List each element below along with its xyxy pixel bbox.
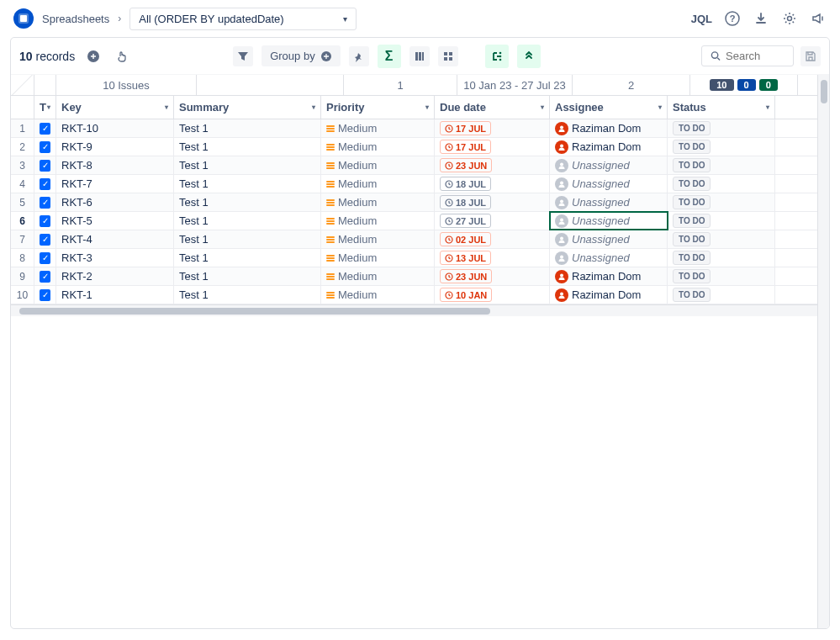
cell-summary[interactable]: Test 1 <box>174 212 321 230</box>
cell-type[interactable]: ✓ <box>34 267 56 285</box>
search-box[interactable] <box>701 45 794 66</box>
table-row[interactable]: 5✓RKT-6Test 1Medium18 JULUnassignedTO DO <box>11 193 817 212</box>
cell-priority[interactable]: Medium <box>321 249 435 267</box>
pin-icon[interactable] <box>349 46 369 66</box>
cell-summary[interactable]: Test 1 <box>174 119 321 137</box>
table-row[interactable]: 8✓RKT-3Test 1Medium13 JULUnassignedTO DO <box>11 249 817 267</box>
cell-key[interactable]: RKT-7 <box>56 175 174 193</box>
cell-summary[interactable]: Test 1 <box>174 267 321 285</box>
cell-due-date[interactable]: 10 JAN <box>435 286 550 304</box>
cell-assignee[interactable]: Unassigned <box>550 249 668 267</box>
cell-key[interactable]: RKT-10 <box>56 119 174 137</box>
cell-assignee[interactable]: Raziman Dom <box>550 267 668 285</box>
header-priority[interactable]: Priority▾ <box>321 96 435 119</box>
jql-button[interactable]: JQL <box>691 13 712 25</box>
header-key[interactable]: Key▾ <box>56 96 174 119</box>
cell-status[interactable]: TO DO <box>668 212 775 230</box>
cell-priority[interactable]: Medium <box>321 230 435 248</box>
cell-key[interactable]: RKT-4 <box>56 230 174 248</box>
grid-view-icon[interactable] <box>438 46 458 66</box>
cell-summary[interactable]: Test 1 <box>174 230 321 248</box>
cell-status[interactable]: TO DO <box>668 193 775 211</box>
cell-key[interactable]: RKT-5 <box>56 212 174 230</box>
cell-key[interactable]: RKT-6 <box>56 193 174 211</box>
cell-type[interactable]: ✓ <box>34 230 56 248</box>
cell-summary[interactable]: Test 1 <box>174 156 321 174</box>
columns-icon[interactable] <box>409 46 430 66</box>
cell-type[interactable]: ✓ <box>34 119 56 137</box>
header-type[interactable]: T▾ <box>34 96 56 119</box>
cell-key[interactable]: RKT-3 <box>56 249 174 267</box>
cell-summary[interactable]: Test 1 <box>174 138 321 156</box>
group-by-button[interactable]: Group by <box>262 45 340 66</box>
horizontal-scrollbar[interactable] <box>11 304 817 316</box>
table-row[interactable]: 1✓RKT-10Test 1Medium17 JULRaziman DomTO … <box>11 119 817 138</box>
cell-summary[interactable]: Test 1 <box>174 193 321 211</box>
cell-status[interactable]: TO DO <box>668 156 775 174</box>
cell-type[interactable]: ✓ <box>34 138 56 156</box>
cell-due-date[interactable]: 23 JUN <box>435 156 550 174</box>
cell-due-date[interactable]: 02 JUL <box>435 230 550 248</box>
header-due-date[interactable]: Due date▾ <box>435 96 550 119</box>
add-record-icon[interactable] <box>83 46 103 66</box>
cell-key[interactable]: RKT-9 <box>56 138 174 156</box>
filter-icon[interactable] <box>233 46 253 66</box>
cell-priority[interactable]: Medium <box>321 138 435 156</box>
cell-priority[interactable]: Medium <box>321 156 435 174</box>
cell-due-date[interactable]: 17 JUL <box>435 138 550 156</box>
cell-assignee[interactable]: Raziman Dom <box>550 119 668 137</box>
sigma-button[interactable]: Σ <box>378 45 401 68</box>
table-row[interactable]: 3✓RKT-8Test 1Medium23 JUNUnassignedTO DO <box>11 156 817 175</box>
cell-status[interactable]: TO DO <box>668 249 775 267</box>
cell-priority[interactable]: Medium <box>321 286 435 304</box>
cell-assignee[interactable]: Unassigned <box>550 212 668 230</box>
announce-icon[interactable] <box>810 10 827 27</box>
cell-type[interactable]: ✓ <box>34 175 56 193</box>
download-icon[interactable] <box>753 10 769 27</box>
breadcrumb-app[interactable]: Spreadsheets <box>42 13 109 25</box>
cell-priority[interactable]: Medium <box>321 212 435 230</box>
table-row[interactable]: 4✓RKT-7Test 1Medium18 JULUnassignedTO DO <box>11 175 817 193</box>
cell-assignee[interactable]: Unassigned <box>550 175 668 193</box>
cell-summary[interactable]: Test 1 <box>174 175 321 193</box>
cell-status[interactable]: TO DO <box>668 175 775 193</box>
cell-status[interactable]: TO DO <box>668 230 775 248</box>
cell-summary[interactable]: Test 1 <box>174 249 321 267</box>
cell-due-date[interactable]: 27 JUL <box>435 212 550 230</box>
table-row[interactable]: 2✓RKT-9Test 1Medium17 JULRaziman DomTO D… <box>11 138 817 156</box>
hierarchy-icon[interactable] <box>485 45 509 68</box>
table-row[interactable]: 9✓RKT-2Test 1Medium23 JUNRaziman DomTO D… <box>11 267 817 286</box>
cell-priority[interactable]: Medium <box>321 267 435 285</box>
cell-priority[interactable]: Medium <box>321 119 435 137</box>
cell-type[interactable]: ✓ <box>34 286 56 304</box>
cell-key[interactable]: RKT-8 <box>56 156 174 174</box>
cell-due-date[interactable]: 13 JUL <box>435 249 550 267</box>
cell-status[interactable]: TO DO <box>668 119 775 137</box>
cell-type[interactable]: ✓ <box>34 156 56 174</box>
cell-status[interactable]: TO DO <box>668 267 775 285</box>
help-icon[interactable]: ? <box>724 10 741 27</box>
vertical-scrollbar[interactable] <box>817 75 829 628</box>
table-row[interactable]: 7✓RKT-4Test 1Medium02 JULUnassignedTO DO <box>11 230 817 249</box>
header-summary[interactable]: Summary▾ <box>174 96 321 119</box>
cell-type[interactable]: ✓ <box>34 249 56 267</box>
cell-type[interactable]: ✓ <box>34 212 56 230</box>
cell-status[interactable]: TO DO <box>668 286 775 304</box>
cell-priority[interactable]: Medium <box>321 175 435 193</box>
cell-assignee[interactable]: Raziman Dom <box>550 138 668 156</box>
cell-priority[interactable]: Medium <box>321 193 435 211</box>
cell-assignee[interactable]: Unassigned <box>550 193 668 211</box>
search-input[interactable] <box>726 50 785 62</box>
cell-due-date[interactable]: 18 JUL <box>435 193 550 211</box>
save-icon[interactable] <box>800 46 821 66</box>
table-row[interactable]: 6✓RKT-5Test 1Medium27 JULUnassignedTO DO <box>11 212 817 230</box>
header-status[interactable]: Status▾ <box>668 96 775 119</box>
hand-cursor-icon[interactable] <box>112 46 132 66</box>
cell-due-date[interactable]: 18 JUL <box>435 175 550 193</box>
cell-due-date[interactable]: 23 JUN <box>435 267 550 285</box>
cell-status[interactable]: TO DO <box>668 138 775 156</box>
app-logo-icon[interactable] <box>13 8 34 29</box>
cell-summary[interactable]: Test 1 <box>174 286 321 304</box>
cell-assignee[interactable]: Unassigned <box>550 156 668 174</box>
cell-key[interactable]: RKT-2 <box>56 267 174 285</box>
